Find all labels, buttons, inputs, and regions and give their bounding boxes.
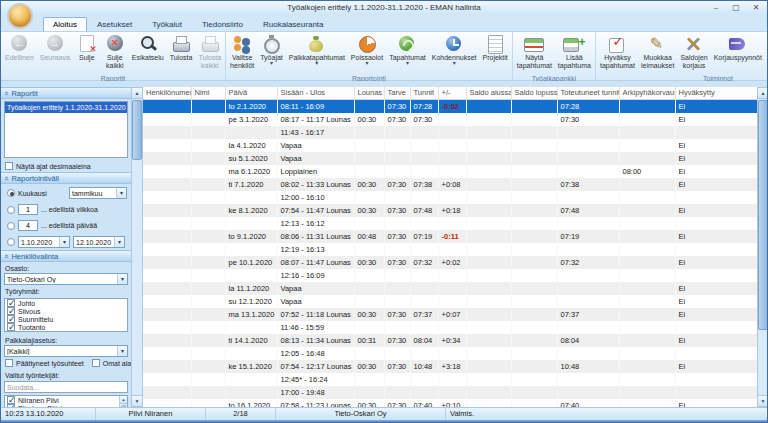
app-logo-icon[interactable] <box>7 3 33 29</box>
column-header[interactable]: Päivä <box>225 87 277 99</box>
minimize-button[interactable]: – <box>707 2 725 14</box>
ribbon-button[interactable]: Edellinen <box>2 33 37 74</box>
ended-employments-checkbox-row[interactable]: Päättyneet työsuhteet <box>1 357 88 369</box>
scroll-up-icon[interactable]: ▲ <box>758 88 768 99</box>
workers-scrollbar[interactable]: ▲ <box>119 396 127 407</box>
close-button[interactable]: ✕ <box>747 2 765 14</box>
checkbox-icon[interactable] <box>92 359 100 367</box>
table-row[interactable]: 17:00 - 19:48 <box>143 386 757 399</box>
table-row[interactable]: ke 15.1.2020 07:54 - 12:17 Lounas 00:30 … <box>143 360 757 373</box>
column-header[interactable]: Tunnit <box>410 87 438 99</box>
table-row[interactable]: to 2.1.2020 08:11 - 16:09 07:30 07:28 -0… <box>143 99 757 113</box>
ribbon-button[interactable]: Sulje <box>73 33 101 74</box>
date-from-select[interactable]: 1.10.2020 ▾ <box>18 236 70 248</box>
ribbon-button[interactable]: Sulje kaikki <box>101 33 129 74</box>
paytype-select[interactable]: [Kaikki] ▾ <box>4 345 128 357</box>
table-row[interactable]: 12:05 - 16:48 <box>143 347 757 360</box>
ribbon-button[interactable]: Projektit <box>480 33 511 74</box>
table-row[interactable]: la 11.1.2020 Vapaa Ei <box>143 282 757 295</box>
ribbon-button[interactable]: Hyväksy tapahtumat <box>597 33 638 74</box>
ribbon-button[interactable]: Tulosta kaikki <box>195 33 224 74</box>
column-header[interactable]: Toteutuneet tunnit <box>557 87 619 99</box>
scrollbar-thumb[interactable] <box>758 100 768 330</box>
table-row[interactable]: to 9.1.2020 08:06 - 11:31 Lounas 00:48 0… <box>143 230 757 243</box>
column-header[interactable]: Sisään - Ulos <box>277 87 354 99</box>
weeks-input[interactable] <box>18 204 38 215</box>
table-row[interactable]: 12:13 - 16:12 <box>143 217 757 230</box>
table-row[interactable]: 11:43 - 16:17 <box>143 126 757 139</box>
ribbon-button[interactable]: Kohdennukset <box>429 33 480 74</box>
radio-month[interactable] <box>7 189 15 197</box>
table-row[interactable]: ma 13.1.2020 07:52 - 11:18 Lounas 00:30 … <box>143 308 757 321</box>
radio-days[interactable] <box>7 222 15 230</box>
tab[interactable]: Asetukset <box>87 17 142 31</box>
decimal-checkbox-row[interactable]: Näytä ajat desimaaleina <box>1 160 131 172</box>
tab[interactable]: Tiedonsiirto <box>192 17 253 31</box>
workgroup-item[interactable]: Siivous <box>5 307 127 315</box>
ribbon-button[interactable]: Palkkatapahtumat <box>286 33 348 74</box>
worker-filter-input[interactable] <box>4 381 128 393</box>
table-row[interactable]: 12:19 - 16:13 <box>143 243 757 256</box>
table-row[interactable]: ma 6.1.2020 Loppiainen 08:00 Ei <box>143 165 757 178</box>
column-header[interactable]: Saldo alussa <box>466 87 511 99</box>
checkbox-icon[interactable] <box>7 323 15 331</box>
report-list-item[interactable]: Työaikojen erittely 1.1.2020-31.1.2020 <box>5 102 127 113</box>
own-subordinates-checkbox-row[interactable]: Omat alaiset <box>88 357 131 369</box>
date-to-select[interactable]: 12.10.2020 ▾ <box>73 236 125 248</box>
checkbox-icon[interactable] <box>5 162 13 170</box>
workgroup-item[interactable]: Suunnittelu <box>5 315 127 323</box>
ribbon-button[interactable]: Seuraava <box>37 33 73 74</box>
ribbon-button[interactable]: Esikatselu <box>129 33 167 74</box>
panel-header-henkilovalinta[interactable]: «Henkilövalinta <box>1 250 131 262</box>
ribbon-button[interactable]: Tapahtumat <box>386 33 429 74</box>
column-header[interactable]: Saldo lopussa <box>511 87 557 99</box>
panel-header-raportointivali[interactable]: «Raportointiväli <box>1 172 131 184</box>
scroll-down-icon[interactable]: ▼ <box>758 395 768 406</box>
table-row[interactable]: ti 7.1.2020 08:02 - 11:33 Lounas 00:30 0… <box>143 178 757 191</box>
scroll-up-icon[interactable]: ▲ <box>120 396 127 404</box>
tab[interactable]: Aloitus <box>43 17 87 31</box>
table-row[interactable]: su 5.1.2020 Vapaa Ei <box>143 152 757 165</box>
table-row[interactable]: 12:16 - 16:09 <box>143 269 757 282</box>
scroll-up-icon[interactable]: ▲ <box>132 88 142 99</box>
column-header[interactable]: +/- <box>438 87 466 99</box>
ribbon-button[interactable]: Muokkaa leimaukset <box>638 33 677 74</box>
table-scrollbar[interactable]: ▲ ▼ <box>757 87 768 407</box>
table-row[interactable]: pe 3.1.2020 08:17 - 11:17 Lounas 00:30 0… <box>143 113 757 126</box>
column-header[interactable]: Lounas <box>354 87 384 99</box>
table-row[interactable]: su 12.1.2020 Vapaa Ei <box>143 295 757 308</box>
scrollbar-thumb[interactable] <box>132 100 142 160</box>
column-header[interactable]: Hyväksytty <box>675 87 757 99</box>
ribbon-button[interactable]: Työajat <box>257 33 286 74</box>
ribbon-button[interactable]: Valitse henkilöt <box>227 33 257 74</box>
table-row[interactable]: 12:00 - 16:10 <box>143 191 757 204</box>
department-select[interactable]: Tieto-Oskari Oy ▾ <box>4 273 128 285</box>
table-row[interactable]: 11:46 - 15:59 <box>143 321 757 334</box>
column-header[interactable]: Henkilönumero <box>143 87 191 99</box>
workgroup-item[interactable]: Tuotanto <box>5 323 127 331</box>
maximize-button[interactable]: ▢ <box>727 2 745 14</box>
table-row[interactable]: to 16.1.2020 07:58 - 11:23 Lounas 00:30 … <box>143 399 757 408</box>
workgroup-item[interactable]: Johto <box>5 299 127 307</box>
radio-daterange[interactable] <box>7 238 15 246</box>
sidebar-scrollbar[interactable]: ▲ ▼ <box>131 87 143 407</box>
month-select[interactable]: tammikuu ▾ <box>69 187 127 199</box>
column-header[interactable]: Arkipyhäkorvaus <box>619 87 675 99</box>
ribbon-button[interactable]: Saldojen korjaus <box>677 33 710 74</box>
table-row[interactable]: 12:45* - 16:24 <box>143 373 757 386</box>
ribbon-button[interactable]: Tulosta <box>167 33 196 74</box>
ribbon-button[interactable]: Poissaolot <box>348 33 386 74</box>
table-row[interactable]: pe 10.1.2020 08:07 - 11:47 Lounas 00:30 … <box>143 256 757 269</box>
worker-item[interactable]: Niiranen Pilvi <box>5 396 118 404</box>
column-header[interactable]: Tarve <box>384 87 410 99</box>
column-header[interactable]: Nimi <box>191 87 225 99</box>
checkbox-icon[interactable] <box>5 359 13 367</box>
scroll-down-icon[interactable]: ▼ <box>132 395 142 406</box>
table-row[interactable]: ti 14.1.2020 08:13 - 11:34 Lounas 00:31 … <box>143 334 757 347</box>
ribbon-button[interactable]: Näytä tapahtumat <box>514 33 555 74</box>
days-input[interactable] <box>18 220 38 231</box>
ribbon-button[interactable]: Korjauspyynnöt <box>711 33 765 74</box>
table-row[interactable]: ke 8.1.2020 07:54 - 11:47 Lounas 00:30 0… <box>143 204 757 217</box>
table-row[interactable]: la 4.1.2020 Vapaa Ei <box>143 139 757 152</box>
panel-header-raportit[interactable]: «Raportit <box>1 87 131 99</box>
